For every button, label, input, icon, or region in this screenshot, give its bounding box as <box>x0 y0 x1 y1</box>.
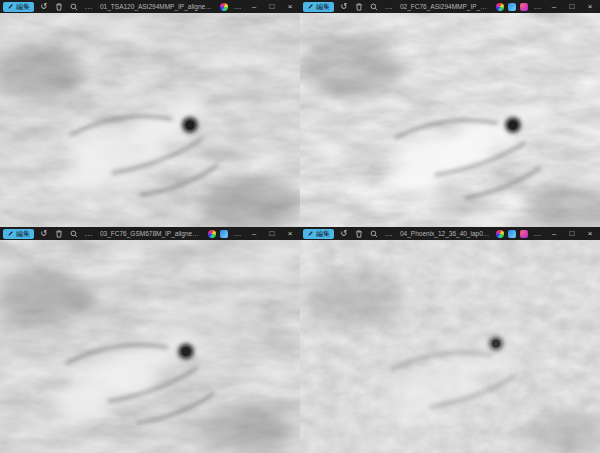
photo-canvas[interactable] <box>300 13 600 227</box>
minimize-button[interactable]: – <box>547 227 561 240</box>
pink-app-icon[interactable] <box>520 3 528 11</box>
zoom-icon[interactable] <box>368 1 379 12</box>
photo-canvas[interactable] <box>300 240 600 453</box>
see-more-icon[interactable]: … <box>383 228 394 239</box>
photo-window-2: 編集 ↺ … 02_FC76_ASI294MMP_IP_aligned_lap0… <box>300 0 600 227</box>
rotate-icon[interactable]: ↺ <box>338 228 349 239</box>
edit-button[interactable]: 編集 <box>3 2 34 12</box>
blue-app-icon[interactable] <box>508 230 516 238</box>
window-title-filename: 01_TSA120_ASI294MMP_IP_aligned_lap02_ap2… <box>98 0 216 13</box>
rotate-icon[interactable]: ↺ <box>38 1 49 12</box>
titlebar-more-icon[interactable]: … <box>532 228 543 239</box>
edit-button[interactable]: 編集 <box>303 229 334 239</box>
maximize-button[interactable]: □ <box>565 227 579 240</box>
minimize-button[interactable]: – <box>547 0 561 13</box>
edit-button-label: 編集 <box>16 2 30 12</box>
close-button[interactable]: × <box>583 227 597 240</box>
desktop: 編集 ↺ … 01_TSA120_ASI294MMP_IP_aligned_la… <box>0 0 600 453</box>
maximize-button[interactable]: □ <box>565 0 579 13</box>
maximize-button[interactable]: □ <box>265 0 279 13</box>
close-button[interactable]: × <box>283 227 297 240</box>
pencil-icon <box>7 230 14 237</box>
see-more-icon[interactable]: … <box>83 228 94 239</box>
window-title-filename: 02_FC76_ASI294MMP_IP_aligned_lap02_ap600… <box>398 0 492 13</box>
color-wheel-icon[interactable] <box>496 3 504 11</box>
titlebar-more-icon[interactable]: … <box>232 228 243 239</box>
close-button[interactable]: × <box>583 0 597 13</box>
solar-image-2 <box>300 13 600 227</box>
window-title-filename: 04_Phoenix_12_36_40_lap02_ap5724_IRjpg <box>398 227 492 240</box>
minimize-button[interactable]: – <box>247 0 261 13</box>
pencil-icon <box>307 230 314 237</box>
zoom-icon[interactable] <box>68 1 79 12</box>
edit-button-label: 編集 <box>316 2 330 12</box>
edit-button-label: 編集 <box>16 229 30 239</box>
zoom-icon[interactable] <box>68 228 79 239</box>
titlebar-more-icon[interactable]: … <box>232 1 243 12</box>
title-bar: 編集 ↺ … 03_FC76_GSM678M_IP_aligned_lap02_… <box>0 227 300 240</box>
pink-app-icon[interactable] <box>520 230 528 238</box>
edit-button-label: 編集 <box>316 229 330 239</box>
rotate-icon[interactable]: ↺ <box>38 228 49 239</box>
blue-app-icon[interactable] <box>220 230 228 238</box>
close-button[interactable]: × <box>283 0 297 13</box>
zoom-icon[interactable] <box>368 228 379 239</box>
title-bar: 編集 ↺ … 04_Phoenix_12_36_40_lap02_ap5724_… <box>300 227 600 240</box>
color-wheel-icon[interactable] <box>220 3 228 11</box>
photo-window-1: 編集 ↺ … 01_TSA120_ASI294MMP_IP_aligned_la… <box>0 0 300 227</box>
delete-icon[interactable] <box>53 228 64 239</box>
title-bar: 編集 ↺ … 02_FC76_ASI294MMP_IP_aligned_lap0… <box>300 0 600 13</box>
photo-window-4: 編集 ↺ … 04_Phoenix_12_36_40_lap02_ap5724_… <box>300 227 600 453</box>
solar-image-4 <box>300 240 600 453</box>
pencil-icon <box>7 3 14 10</box>
photo-canvas[interactable] <box>0 240 300 453</box>
color-wheel-icon[interactable] <box>208 230 216 238</box>
delete-icon[interactable] <box>53 1 64 12</box>
edit-button[interactable]: 編集 <box>3 229 34 239</box>
window-title-filename: 03_FC76_GSM678M_IP_aligned_lap02_ap11969… <box>98 227 204 240</box>
delete-icon[interactable] <box>353 1 364 12</box>
see-more-icon[interactable]: … <box>83 1 94 12</box>
title-bar: 編集 ↺ … 01_TSA120_ASI294MMP_IP_aligned_la… <box>0 0 300 13</box>
minimize-button[interactable]: – <box>247 227 261 240</box>
maximize-button[interactable]: □ <box>265 227 279 240</box>
solar-image-3 <box>0 240 300 453</box>
edit-button[interactable]: 編集 <box>303 2 334 12</box>
solar-image-1 <box>0 13 300 227</box>
photo-canvas[interactable] <box>0 13 300 227</box>
color-wheel-icon[interactable] <box>496 230 504 238</box>
blue-app-icon[interactable] <box>508 3 516 11</box>
pencil-icon <box>307 3 314 10</box>
rotate-icon[interactable]: ↺ <box>338 1 349 12</box>
photo-window-3: 編集 ↺ … 03_FC76_GSM678M_IP_aligned_lap02_… <box>0 227 300 453</box>
delete-icon[interactable] <box>353 228 364 239</box>
titlebar-more-icon[interactable]: … <box>532 1 543 12</box>
see-more-icon[interactable]: … <box>383 1 394 12</box>
